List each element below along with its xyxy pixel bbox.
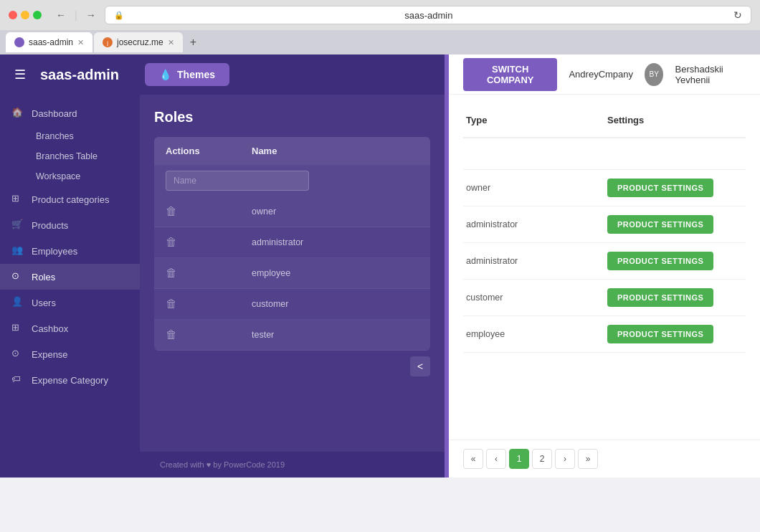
- tab-close-josecruz[interactable]: ✕: [168, 38, 174, 47]
- sidebar: 🏠 Dashboard Branches Branches Table Work…: [0, 95, 140, 452]
- sidebar-label-branches-table: Branches Table: [36, 151, 98, 161]
- app-title: saas-admin: [40, 67, 119, 83]
- saas-panel: ☰ saas-admin 💧 Themes 🏠 Dashboard Branch…: [0, 54, 445, 478]
- sidebar-item-employees[interactable]: 👥 Employees: [0, 238, 140, 264]
- user-name: AndreyCmpany: [569, 69, 633, 80]
- right-footer: « ‹ 1 2 › »: [449, 440, 760, 478]
- page-1-button[interactable]: 1: [509, 449, 529, 469]
- browser-chrome: ← | → 🔒 saas-admin ↻ saas-admin ✕ j jose…: [0, 0, 760, 54]
- table-row: 🗑 administrator: [154, 227, 430, 258]
- name-cell-tester: tester: [240, 320, 430, 350]
- delete-icon-tester[interactable]: 🗑: [166, 328, 177, 341]
- page-2-button[interactable]: 2: [532, 449, 552, 469]
- page-title: Roles: [154, 109, 430, 125]
- new-tab-button[interactable]: +: [184, 33, 202, 52]
- sidebar-item-workspace[interactable]: Workspace: [30, 166, 140, 186]
- delete-icon-admin[interactable]: 🗑: [166, 236, 177, 249]
- tab-josecruz[interactable]: j josecruz.me ✕: [94, 32, 183, 52]
- tab-favicon-josecruz: j: [103, 37, 113, 47]
- back-button[interactable]: ←: [53, 8, 69, 22]
- sidebar-item-dashboard[interactable]: 🏠 Dashboard: [0, 100, 140, 126]
- product-settings-button-tester[interactable]: PRODUCT SETTINGS: [607, 325, 713, 343]
- right-type-tester: employee: [463, 316, 604, 352]
- address-text: saas-admin: [128, 10, 729, 21]
- sidebar-label-users: Users: [32, 298, 56, 308]
- sidebar-label-employees: Employees: [32, 246, 77, 257]
- traffic-light-red[interactable]: [9, 11, 17, 19]
- reload-button[interactable]: ↻: [733, 9, 742, 21]
- main-content: Roles Actions Name 🗑: [140, 95, 445, 452]
- switch-company-button[interactable]: SWITCH COMPANY: [463, 58, 557, 91]
- sidebar-item-roles[interactable]: ⊙ Roles: [0, 264, 140, 290]
- hamburger-button[interactable]: ☰: [11, 64, 29, 85]
- tab-saas-admin[interactable]: saas-admin ✕: [6, 32, 92, 52]
- tab-label-saas: saas-admin: [29, 37, 73, 47]
- delete-icon-owner[interactable]: 🗑: [166, 205, 177, 218]
- right-settings-employee: PRODUCT SETTINGS: [604, 243, 746, 279]
- right-settings-tester: PRODUCT SETTINGS: [604, 316, 746, 352]
- users-icon: 👤: [11, 296, 24, 309]
- delete-icon-employee[interactable]: 🗑: [166, 267, 177, 280]
- roles-table: Actions Name 🗑 owner: [154, 137, 430, 351]
- sidebar-label-dashboard: Dashboard: [32, 108, 77, 119]
- right-table-header: Type Settings: [463, 109, 746, 138]
- product-settings-button-admin[interactable]: PRODUCT SETTINGS: [607, 215, 713, 234]
- product-settings-button-customer[interactable]: PRODUCT SETTINGS: [607, 288, 713, 307]
- right-type-customer: customer: [463, 280, 604, 315]
- traffic-light-green[interactable]: [33, 11, 42, 19]
- prev-page-button[interactable]: <: [410, 356, 430, 376]
- tab-label-josecruz: josecruz.me: [117, 37, 163, 47]
- sidebar-item-expense[interactable]: ⊙ Expense: [0, 341, 140, 367]
- themes-icon: 💧: [159, 69, 171, 80]
- sidebar-item-products[interactable]: 🛒 Products: [0, 212, 140, 238]
- right-table-row: administrator PRODUCT SETTINGS: [463, 206, 746, 243]
- sidebar-label-expense: Expense: [32, 349, 68, 360]
- themes-label: Themes: [177, 69, 215, 80]
- name-cell-admin: administrator: [240, 227, 430, 257]
- name-cell-customer: customer: [240, 289, 430, 319]
- sidebar-sub-branches: Branches Branches Table Workspace: [0, 126, 140, 186]
- sidebar-item-cashbox[interactable]: ⊞ Cashbox: [0, 315, 140, 341]
- name-search-input[interactable]: [166, 171, 309, 191]
- full-name: Bershadskii Yevhenii: [675, 64, 746, 85]
- avatar-initials: BY: [650, 70, 659, 78]
- delete-icon-customer[interactable]: 🗑: [166, 298, 177, 310]
- themes-button[interactable]: 💧 Themes: [145, 63, 229, 86]
- product-settings-button-owner[interactable]: PRODUCT SETTINGS: [607, 179, 713, 197]
- page-last-button[interactable]: »: [578, 449, 598, 469]
- table-row: 🗑 employee: [154, 258, 430, 289]
- sidebar-label-expense-category: Expense Category: [32, 375, 108, 386]
- right-type-employee: administrator: [463, 243, 604, 279]
- browser-titlebar: ← | → 🔒 saas-admin ↻: [0, 0, 760, 30]
- sidebar-item-branches-table[interactable]: Branches Table: [30, 146, 140, 166]
- action-cell-admin: 🗑: [154, 227, 240, 257]
- app-container: ☰ saas-admin 💧 Themes 🏠 Dashboard Branch…: [0, 54, 760, 478]
- page-first-button[interactable]: «: [463, 449, 483, 469]
- product-settings-button-employee[interactable]: PRODUCT SETTINGS: [607, 252, 713, 270]
- right-table-row: employee PRODUCT SETTINGS: [463, 316, 746, 353]
- sidebar-label-workspace: Workspace: [36, 171, 80, 181]
- cart-icon: 🛒: [11, 219, 24, 232]
- tab-close-saas[interactable]: ✕: [77, 38, 84, 47]
- forward-button[interactable]: →: [83, 8, 99, 22]
- right-header: SWITCH COMPANY AndreyCmpany BY Bershadsk…: [449, 54, 760, 95]
- sidebar-item-expense-category[interactable]: 🏷 Expense Category: [0, 367, 140, 393]
- footer-text: Created with ♥ by PowerCode 2019: [160, 460, 285, 469]
- traffic-light-yellow[interactable]: [21, 11, 29, 19]
- table-row: 🗑 tester: [154, 320, 430, 351]
- sidebar-item-product-categories[interactable]: ⊞ Product categories: [0, 186, 140, 212]
- avatar: BY: [645, 63, 663, 86]
- sidebar-item-branches[interactable]: Branches: [30, 126, 140, 146]
- sidebar-label-products: Products: [32, 220, 68, 231]
- name-cell-employee: employee: [240, 258, 430, 288]
- col-name: Name: [240, 137, 336, 165]
- page-prev-button[interactable]: ‹: [486, 449, 506, 469]
- sidebar-item-users[interactable]: 👤 Users: [0, 290, 140, 315]
- right-type-owner: owner: [463, 170, 604, 206]
- browser-tabs: saas-admin ✕ j josecruz.me ✕ +: [0, 30, 760, 54]
- action-cell-owner: 🗑: [154, 196, 240, 227]
- sidebar-label-roles: Roles: [32, 272, 55, 282]
- page-next-button[interactable]: ›: [555, 449, 575, 469]
- app-body: 🏠 Dashboard Branches Branches Table Work…: [0, 95, 445, 452]
- address-bar[interactable]: 🔒 saas-admin ↻: [105, 6, 751, 24]
